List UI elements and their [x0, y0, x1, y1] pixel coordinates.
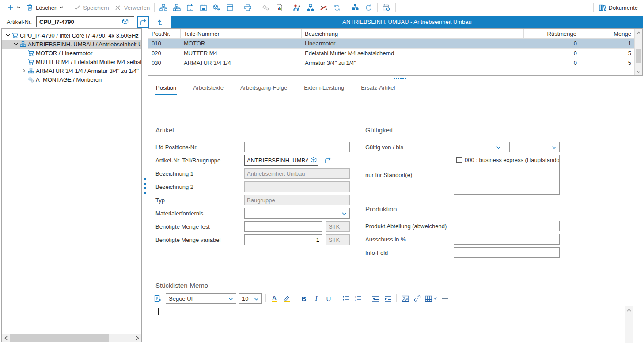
scrollbar-thumb[interactable] [636, 49, 641, 63]
tree-item-root[interactable]: CPU_I7-4790 / Intel Core i7-4790, 4x 3.6… [2, 31, 141, 40]
package-goto-button[interactable] [210, 1, 223, 14]
tab-ersatz-artikel[interactable]: Ersatz-Artikel [360, 83, 396, 95]
table-row[interactable]: 030 ARMATUR 3/4 1/4 Armatur 3/4" zu 1/4"… [148, 58, 634, 68]
cube-icon[interactable] [309, 156, 318, 165]
report-button[interactable] [273, 1, 286, 14]
bold-button[interactable]: B [299, 294, 309, 303]
column-header-ruestmenge[interactable]: Rüstmenge [524, 29, 580, 39]
menge-fest-input[interactable] [244, 221, 322, 232]
numbered-list-button[interactable]: 12 [353, 294, 363, 303]
tree-item[interactable]: ARMATUR 3/4 1/4 / Armatur 3/4" zu 1/4" [2, 66, 141, 75]
scroll-left-icon[interactable] [2, 334, 10, 342]
horizontal-rule-button[interactable] [440, 294, 450, 303]
discard-button[interactable]: Verwerfen [111, 1, 152, 14]
hierarchy-icon [351, 3, 360, 12]
delete-button[interactable]: Löschen [23, 1, 65, 14]
bom-structure-button[interactable] [157, 1, 170, 14]
delete-label: Löschen [36, 4, 57, 11]
goto-part-button[interactable] [322, 155, 333, 166]
gueltig-von-select[interactable] [454, 142, 504, 152]
calendar-button[interactable] [183, 1, 197, 14]
goto-article-button[interactable] [137, 16, 149, 28]
bullet-list-button[interactable] [341, 294, 351, 303]
cube-icon[interactable] [121, 18, 129, 26]
documents-button[interactable]: Dokumente [596, 1, 640, 14]
gueltig-bis-select[interactable] [509, 142, 560, 152]
insert-image-button[interactable] [400, 294, 410, 303]
font-family-select[interactable]: Segoe UI [166, 293, 236, 304]
workstations-button[interactable] [304, 1, 317, 14]
text-module-button[interactable] [153, 294, 163, 303]
tab-arbeitsgang-folge[interactable]: Arbeitsgang-Folge [239, 83, 288, 95]
artikelnr-teil-input[interactable] [245, 157, 309, 164]
tree-horizontal-scrollbar[interactable] [2, 334, 141, 342]
ausschuss-input[interactable] [454, 234, 560, 245]
highlight-button[interactable] [282, 294, 292, 303]
tab-position[interactable]: Position [155, 83, 177, 95]
article-number-input[interactable] [37, 19, 121, 25]
column-header-posnr[interactable]: Pos.Nr. [148, 29, 181, 39]
archive-button[interactable] [223, 1, 236, 14]
refresh-button[interactable] [362, 1, 375, 14]
underline-button[interactable]: U [324, 294, 333, 303]
standorte-listbox[interactable]: 000 : business express (Hauptstandort) [454, 155, 560, 195]
scrollbar-thumb[interactable] [10, 334, 109, 342]
tree-item-selected[interactable]: ANTRIEBSEINH. UMBAU / Antriebseinheit Um… [2, 40, 141, 49]
calendar-period-button[interactable] [197, 1, 210, 14]
horizontal-splitter-handle[interactable] [394, 78, 406, 79]
column-header-bezeichnung[interactable]: Bezeichnung [302, 29, 524, 39]
tree-item[interactable]: A_MONTAGE / Montieren [2, 75, 141, 84]
italic-button[interactable]: I [311, 294, 321, 303]
chevron-collapsed-icon[interactable] [20, 67, 27, 74]
memo-editor[interactable] [155, 305, 634, 343]
info-feld-input[interactable] [454, 247, 560, 258]
font-color-button[interactable]: A [269, 294, 279, 303]
table-row[interactable]: 020 MUTTER M4 Edelstahl Mutter M4 selbst… [148, 49, 634, 58]
production-button[interactable] [259, 1, 273, 14]
checkbox-icon[interactable] [456, 157, 462, 163]
produkt-abteilung-input[interactable] [454, 221, 560, 231]
tab-extern-leistung[interactable]: Extern-Leistung [303, 83, 345, 95]
materialerfordernis-select[interactable] [244, 208, 350, 219]
outdent-button[interactable] [371, 294, 380, 303]
column-header-teilenummer[interactable]: Teile-Nummer [181, 29, 302, 39]
chevron-expanded-icon[interactable] [4, 32, 11, 39]
table-vertical-scrollbar[interactable] [634, 29, 642, 75]
font-size-value: 10 [242, 295, 248, 302]
where-used-button[interactable] [349, 1, 362, 14]
artikelnr-teil-field[interactable] [244, 155, 318, 166]
bom-structure-all-button[interactable] [170, 1, 183, 14]
menge-variabel-input[interactable] [244, 234, 322, 245]
save-button[interactable]: Speichern [70, 1, 111, 14]
chevron-expanded-icon[interactable] [12, 41, 19, 48]
tree-item[interactable]: MUTTER M4 / Edelstahl Mutter M4 selbstsi… [2, 57, 141, 66]
vertical-splitter-handle[interactable] [144, 178, 147, 194]
font-size-select[interactable]: 10 [239, 293, 262, 304]
lfd-position-input[interactable] [244, 142, 350, 152]
tab-arbeitstexte[interactable]: Arbeitstexte [192, 83, 224, 95]
calendar-settings-button[interactable] [380, 1, 393, 14]
routing-icon [293, 3, 302, 12]
article-number-field[interactable] [36, 16, 134, 27]
indent-button[interactable] [383, 294, 393, 303]
insert-table-button[interactable] [425, 294, 437, 303]
table-row[interactable]: 010 MOTOR Linearmotor 0 1 [148, 39, 634, 49]
menge-variabel-unit: STK [326, 234, 350, 245]
standort-list-item[interactable]: 000 : business express (Hauptstandort) [456, 157, 557, 163]
detail-panel: Pos.Nr. Teile-Nummer Bezeichnung Rüstmen… [148, 28, 643, 342]
column-header-menge[interactable]: Menge [580, 29, 634, 39]
cut-button[interactable] [317, 1, 330, 14]
scroll-right-icon[interactable] [133, 334, 141, 342]
scroll-up-icon[interactable] [625, 306, 633, 314]
routing-button[interactable] [291, 1, 304, 14]
navigate-up-button[interactable] [155, 16, 166, 28]
print-button[interactable] [241, 1, 254, 14]
memo-vertical-scrollbar[interactable] [625, 306, 633, 343]
new-button[interactable] [4, 1, 23, 14]
scroll-down-icon[interactable] [635, 68, 643, 75]
recycle-button[interactable] [330, 1, 344, 14]
tree-item[interactable]: MOTOR / Linearmotor [2, 49, 141, 57]
menge-variabel-label: Benötigte Menge variabel [155, 237, 244, 243]
scroll-up-icon[interactable] [635, 29, 643, 37]
insert-link-button[interactable] [413, 294, 422, 303]
